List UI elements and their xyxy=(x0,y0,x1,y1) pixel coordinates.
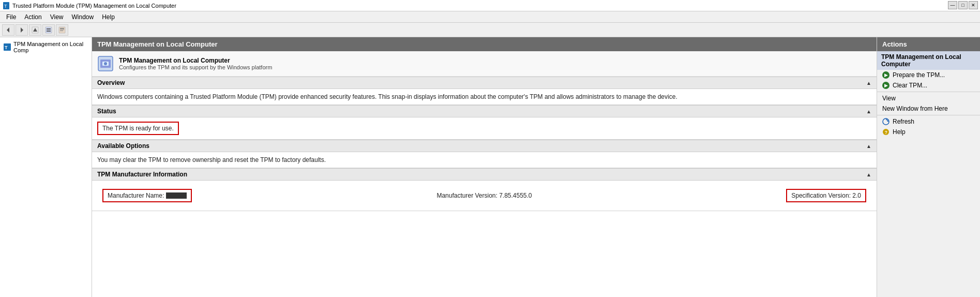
svg-rect-6 xyxy=(46,27,52,33)
action-new-window[interactable]: New Window from Here xyxy=(877,103,980,114)
menu-view[interactable]: View xyxy=(46,12,68,22)
tpm-manufacturer-body: Manufacturer Name: Manufacturer Version:… xyxy=(92,181,877,211)
menu-help[interactable]: Help xyxy=(98,12,119,22)
actions-header: Actions xyxy=(877,37,980,51)
status-header: Status ▲ xyxy=(92,105,877,117)
svg-text:?: ? xyxy=(885,130,888,135)
action-view[interactable]: View xyxy=(877,93,980,103)
app-icon: T xyxy=(2,2,10,10)
tpm-info-icon xyxy=(97,55,114,72)
tpm-manufacturer-section: TPM Manufacturer Information ▲ Manufactu… xyxy=(92,168,877,211)
svg-marker-2 xyxy=(7,27,9,33)
svg-marker-3 xyxy=(21,27,23,33)
info-subtitle: Configures the TPM and its support by th… xyxy=(119,64,272,70)
overview-header: Overview ▲ xyxy=(92,77,877,89)
menu-action[interactable]: Action xyxy=(20,12,46,22)
content-area: TPM Management on Local Computer TPM Man… xyxy=(92,37,877,297)
tpm-manufacturer-collapse-icon[interactable]: ▲ xyxy=(866,172,871,177)
close-button[interactable]: ✕ xyxy=(969,1,978,9)
manufacturer-name-item: Manufacturer Name: xyxy=(102,189,357,202)
manufacturer-version-item: Manufacturer Version: 7.85.4555.0 xyxy=(357,192,611,199)
svg-rect-7 xyxy=(47,28,51,29)
menu-window[interactable]: Window xyxy=(68,12,98,22)
status-text-box: The TPM is ready for use. xyxy=(97,122,179,135)
overview-section: Overview ▲ Windows computers containing … xyxy=(92,77,877,105)
available-options-header: Available Options ▲ xyxy=(92,140,877,152)
main-layout: T TPM Management on Local Comp TPM Manag… xyxy=(0,37,980,297)
available-options-body: You may clear the TPM to remove ownershi… xyxy=(92,152,877,168)
nav-item-label: TPM Management on Local Comp xyxy=(13,41,88,53)
menu-bar: File Action View Window Help xyxy=(0,11,980,23)
actions-panel: Actions TPM Management on Local Computer… xyxy=(877,37,980,297)
refresh-icon xyxy=(882,118,889,125)
window-controls: — □ ✕ xyxy=(948,1,978,9)
title-bar: T Trusted Platform Module (TPM) Manageme… xyxy=(0,0,980,11)
up-button[interactable] xyxy=(29,24,41,36)
action-prepare-tpm[interactable]: ▶ Prepare the TPM... xyxy=(877,70,980,80)
overview-body: Windows computers containing a Trusted P… xyxy=(92,89,877,105)
available-options-section: Available Options ▲ You may clear the TP… xyxy=(92,140,877,168)
title-bar-text: T Trusted Platform Module (TPM) Manageme… xyxy=(2,2,176,10)
back-button[interactable] xyxy=(2,24,14,36)
content-header: TPM Management on Local Computer xyxy=(92,37,877,51)
status-body: The TPM is ready for use. xyxy=(92,117,877,139)
info-text: TPM Management on Local Computer Configu… xyxy=(119,57,272,70)
action-clear-tpm[interactable]: ▶ Clear TPM... xyxy=(877,80,980,91)
action-divider-1 xyxy=(877,92,980,92)
svg-rect-8 xyxy=(47,31,51,32)
action-divider-2 xyxy=(877,115,980,115)
overview-collapse-icon[interactable]: ▲ xyxy=(866,80,871,86)
tpm-manufacturer-header: TPM Manufacturer Information ▲ xyxy=(92,168,877,181)
properties-button[interactable] xyxy=(56,24,68,36)
svg-text:T: T xyxy=(5,45,8,50)
toolbar xyxy=(0,23,980,37)
action-refresh[interactable]: Refresh xyxy=(877,116,980,127)
manufacturer-row: Manufacturer Name: Manufacturer Version:… xyxy=(97,185,871,206)
maximize-button[interactable]: □ xyxy=(958,1,968,9)
action-help[interactable]: ? Help xyxy=(877,127,980,137)
available-options-collapse-icon[interactable]: ▲ xyxy=(866,143,871,149)
status-section: Status ▲ The TPM is ready for use. xyxy=(92,105,877,140)
show-hide-button[interactable] xyxy=(42,24,55,36)
prepare-tpm-icon: ▶ xyxy=(882,71,889,79)
svg-point-18 xyxy=(104,62,107,65)
minimize-button[interactable]: — xyxy=(948,1,957,9)
menu-file[interactable]: File xyxy=(2,12,20,22)
svg-rect-11 xyxy=(60,29,64,30)
window-title: Trusted Platform Module (TPM) Management… xyxy=(12,3,176,9)
status-collapse-icon[interactable]: ▲ xyxy=(866,109,871,114)
manufacturer-name-redacted xyxy=(166,192,187,199)
help-icon: ? xyxy=(882,128,889,136)
specification-version-item: Specification Version: 2.0 xyxy=(612,192,866,199)
svg-text:T: T xyxy=(4,4,7,9)
specification-version-box: Specification Version: 2.0 xyxy=(786,189,866,202)
left-nav: T TPM Management on Local Comp xyxy=(0,37,92,297)
tpm-nav-icon: T xyxy=(3,43,11,51)
action-group-title: TPM Management on Local Computer xyxy=(877,51,980,70)
manufacturer-name-box: Manufacturer Name: xyxy=(102,189,192,202)
svg-rect-10 xyxy=(60,28,64,29)
forward-button[interactable] xyxy=(16,24,28,36)
info-title: TPM Management on Local Computer xyxy=(119,57,272,64)
clear-tpm-icon: ▶ xyxy=(882,82,889,89)
nav-item-tpm[interactable]: T TPM Management on Local Comp xyxy=(0,39,92,55)
info-row: TPM Management on Local Computer Configu… xyxy=(92,51,877,77)
svg-rect-12 xyxy=(60,31,63,31)
